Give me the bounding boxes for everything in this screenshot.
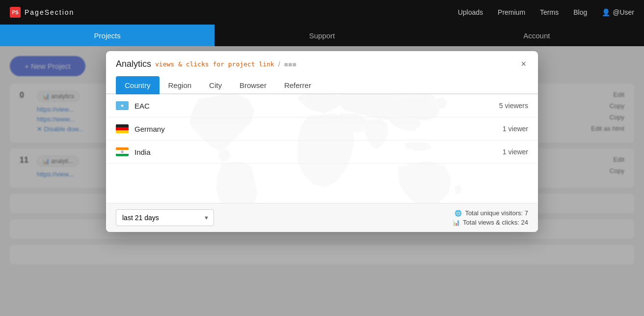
country-row-germany: Germany 1 viewer [106, 117, 538, 141]
modal-body: ★ EAC 5 viewers Germany [106, 94, 538, 203]
total-visitors-text: Total unique visitors: 7 [465, 209, 528, 217]
uploads-link[interactable]: Uploads [458, 8, 483, 16]
country-name-germany: Germany [134, 125, 497, 133]
tab-region[interactable]: Region [160, 76, 201, 94]
country-viewers-india: 1 viewer [503, 148, 528, 156]
secondary-nav: Projects Support Account [0, 25, 644, 46]
modal-footer: last 21 days last 7 days last 30 days la… [106, 203, 538, 232]
username: @User [613, 8, 634, 16]
logo-area: PS PageSection [10, 7, 74, 18]
modal-overlay: Analytics views & clicks for project lin… [0, 46, 644, 316]
modal-close-button[interactable]: × [519, 59, 528, 69]
date-filter-area: last 21 days last 7 days last 30 days la… [116, 209, 453, 226]
country-row-india: ⊙ India 1 viewer [106, 141, 538, 164]
modal-title-tag: views & clicks for project link [155, 60, 274, 68]
flag-germany [116, 124, 129, 133]
date-select[interactable]: last 21 days last 7 days last 30 days la… [116, 209, 214, 226]
country-viewers-eac: 5 viewers [499, 102, 528, 110]
top-nav: PS PageSection Uploads Premium Terms Blo… [0, 0, 644, 25]
modal-title-text: Analytics [116, 59, 151, 69]
premium-link[interactable]: Premium [498, 8, 525, 16]
top-nav-links: Uploads Premium Terms Blog 👤 @User [458, 8, 634, 16]
tab-city[interactable]: City [200, 76, 231, 94]
chart-icon: 📊 [453, 219, 460, 226]
country-name-india: India [134, 148, 497, 156]
country-rows-spacer [106, 164, 538, 203]
modal-tabs: Country Region City Browser Referrer [106, 75, 538, 94]
country-name-eac: EAC [134, 102, 493, 110]
tab-browser[interactable]: Browser [231, 76, 275, 94]
logo-icon: PS [10, 7, 21, 18]
country-rows: ★ EAC 5 viewers Germany [106, 94, 538, 203]
total-views-stat: 📊 Total views & clicks: 24 [453, 219, 528, 226]
total-visitors-stat: 🌐 Total unique visitors: 7 [455, 209, 528, 217]
tab-support[interactable]: Support [215, 25, 429, 46]
user-menu[interactable]: 👤 @User [602, 8, 634, 16]
total-views-text: Total views & clicks: 24 [463, 219, 528, 226]
page-background: + New Project 0 📊 analytics https://view… [0, 46, 644, 316]
flag-india: ⊙ [116, 147, 129, 156]
logo-text: PageSection [25, 8, 74, 16]
modal-title-sep: / [278, 60, 280, 68]
date-select-wrap: last 21 days last 7 days last 30 days la… [116, 209, 214, 226]
flag-eac: ★ [116, 101, 129, 110]
terms-link[interactable]: Terms [540, 8, 559, 16]
globe-icon: 🌐 [455, 210, 462, 217]
modal-title-hash: ■■■ [284, 60, 296, 68]
tab-account[interactable]: Account [429, 25, 644, 46]
blog-link[interactable]: Blog [573, 8, 587, 16]
modal-title: Analytics views & clicks for project lin… [116, 59, 296, 69]
tab-country[interactable]: Country [116, 76, 160, 94]
tab-projects[interactable]: Projects [0, 25, 215, 46]
tab-referrer[interactable]: Referrer [275, 76, 320, 94]
country-row-eac: ★ EAC 5 viewers [106, 94, 538, 117]
user-icon: 👤 [602, 8, 610, 16]
analytics-modal: Analytics views & clicks for project lin… [106, 51, 538, 232]
stats-area: 🌐 Total unique visitors: 7 📊 Total views… [453, 209, 528, 226]
country-viewers-germany: 1 viewer [503, 125, 528, 133]
modal-header: Analytics views & clicks for project lin… [106, 51, 538, 69]
